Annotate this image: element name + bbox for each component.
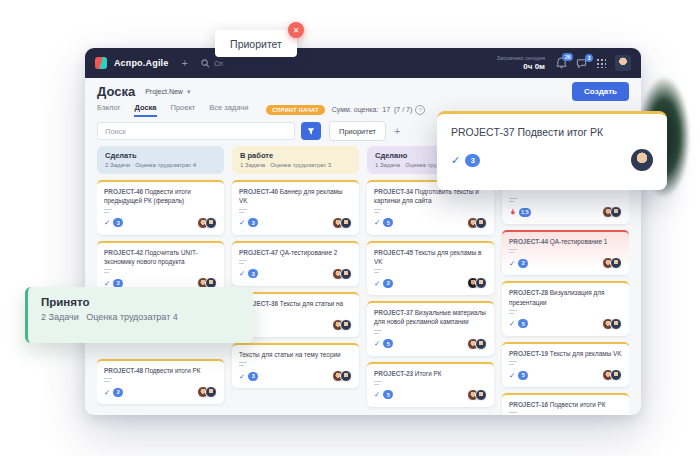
- notifications-button[interactable]: 26: [556, 57, 567, 69]
- task-card[interactable]: PROJECT-46 Подвести итоги предыдущей РК …: [97, 180, 224, 235]
- card-footer: ✓3: [239, 268, 352, 280]
- assignee-avatars: [197, 386, 217, 398]
- filter-button[interactable]: [301, 122, 321, 140]
- task-title: Тексты для статьи на тему теории: [239, 350, 352, 359]
- priority-filter-chip[interactable]: Приоритет: [329, 121, 386, 141]
- task-card[interactable]: PROJECT-45 Тексты для рекламы в VK✓2: [367, 241, 494, 296]
- funnel-icon: [307, 127, 315, 136]
- avatar: [610, 206, 622, 218]
- card-footer: ✓5: [374, 217, 487, 229]
- check-icon: ✓: [451, 154, 460, 167]
- description-icon: [374, 381, 382, 386]
- description-icon: [104, 269, 112, 274]
- messages-badge: 3: [585, 54, 593, 62]
- task-id: PROJECT-19: [509, 350, 548, 357]
- tab-1[interactable]: Доска: [134, 103, 156, 117]
- time-label: Затрачено сегодня: [497, 55, 545, 61]
- check-icon: ✓: [104, 388, 110, 397]
- sprint-status-badge: СПРИНТ НАЧАТ: [266, 105, 324, 115]
- task-id: PROJECT-46: [104, 188, 143, 195]
- card-footer: ✓3: [239, 370, 352, 382]
- task-card[interactable]: PROJECT-40 Баннер для рекламы VK✓3: [232, 180, 359, 235]
- card-footer: ✓5: [509, 369, 622, 381]
- task-id: PROJECT-37: [374, 309, 413, 316]
- task-card[interactable]: PROJECT-19 Тексты для рекламы VK✓5: [502, 342, 629, 387]
- estimate-badge: 5: [518, 319, 528, 328]
- floating-task-card[interactable]: PROJECT-37 Подвести итог РК ✓ 3: [437, 111, 667, 190]
- check-icon: ✓: [374, 279, 380, 288]
- avatar: [610, 257, 622, 269]
- description-icon: [239, 260, 247, 265]
- estimate-badge: 5: [383, 339, 393, 348]
- task-title: PROJECT-23 Итоги РК: [374, 369, 487, 378]
- estimate-badge: 1.5: [519, 208, 531, 217]
- task-card[interactable]: PROJECT-44 QA-тестирование 1✓2: [502, 230, 629, 275]
- avatar: [610, 369, 622, 381]
- avatar: [475, 389, 487, 401]
- task-id: PROJECT-44: [509, 238, 548, 245]
- estimate-badge: 3: [248, 218, 258, 227]
- project-name: Project.New: [145, 88, 183, 95]
- task-card[interactable]: PROJECT-16 Подвести итоги РК: [502, 393, 629, 415]
- add-filter-button[interactable]: +: [394, 125, 400, 137]
- task-card[interactable]: PROJECT-48 Подвести итоги РК✓2: [97, 359, 224, 404]
- task-title: PROJECT-44 QA-тестирование 1: [509, 237, 622, 246]
- notifications-badge: 26: [562, 53, 573, 61]
- check-icon: ✓: [374, 218, 380, 227]
- assignee-avatars: [467, 389, 487, 401]
- task-card[interactable]: PROJECT-47 QA-тестирование 2✓3: [232, 241, 359, 286]
- messages-button[interactable]: 3: [576, 58, 587, 69]
- tab-3[interactable]: Все задачи: [209, 103, 248, 117]
- project-select[interactable]: Project.New ▾: [145, 88, 190, 96]
- description-icon: [239, 362, 247, 367]
- estimate-badge: 5: [383, 390, 393, 399]
- task-card[interactable]: PROJECT-37 Визуальные материалы для ново…: [367, 301, 494, 356]
- card-footer: ✓2: [374, 277, 487, 289]
- task-id: PROJECT-45: [374, 249, 413, 256]
- task-card[interactable]: Тексты для статьи на тему теории✓3: [232, 343, 359, 388]
- close-icon[interactable]: ✕: [288, 22, 304, 38]
- task-id: PROJECT-47: [239, 249, 278, 256]
- check-icon: ✓: [104, 218, 110, 227]
- task-title: PROJECT-48 Подвести итоги РК: [104, 366, 217, 375]
- column-meta: 2 Задачи Оценка трудозатрат 4: [105, 162, 216, 168]
- floating-card-title: PROJECT-37 Подвести итог РК: [451, 126, 653, 138]
- card-footer: ✓3: [239, 217, 352, 229]
- nav-search[interactable]: Сп: [201, 59, 223, 68]
- description-icon: [104, 209, 112, 214]
- avatar: [205, 386, 217, 398]
- search-icon: [201, 59, 210, 68]
- accepted-column-tooltip: Принято 2 Задачи Оценка трудозатрат 4: [25, 287, 253, 343]
- column-title: Сделать: [105, 151, 216, 160]
- card-footer: 1.5: [509, 206, 622, 218]
- user-avatar[interactable]: [615, 55, 631, 71]
- task-card[interactable]: PROJECT-23 Итоги РК✓5: [367, 362, 494, 407]
- app-window: Аспро.Agile + Сп Затрачено сегодня 0ч 0м…: [85, 48, 641, 415]
- estimate-badge: 3: [465, 154, 480, 167]
- check-icon: ✓: [509, 319, 515, 328]
- assignee-avatars: [602, 257, 622, 269]
- estimate-badge: 3: [248, 269, 258, 278]
- create-button[interactable]: Создать: [572, 82, 629, 101]
- avatar: [340, 370, 352, 382]
- card-footer: ✓: [239, 319, 352, 331]
- tab-0[interactable]: Бэклог: [97, 103, 120, 117]
- task-title: PROJECT-40 Баннер для рекламы VK: [239, 187, 352, 206]
- check-icon: ✓: [374, 390, 380, 399]
- time-tracker: Затрачено сегодня 0ч 0м: [497, 55, 545, 71]
- task-id: PROJECT-40: [239, 188, 278, 195]
- assignee-avatars: [197, 217, 217, 229]
- task-title: PROJECT-42 Подсчитать UNIT-экономику нов…: [104, 248, 217, 267]
- assignee-avatars: [467, 277, 487, 289]
- quick-add-icon[interactable]: +: [182, 57, 188, 69]
- task-id: PROJECT-42: [104, 249, 143, 256]
- search-input[interactable]: [97, 122, 295, 140]
- priority-tooltip-label: Приоритет: [230, 38, 282, 50]
- estimate-badge: 3: [248, 372, 258, 381]
- task-card[interactable]: PROJECT-28 Визуализация для презентации✓…: [502, 281, 629, 336]
- card-footer: ✓5: [509, 318, 622, 330]
- board-column-1: В работе1 Задача Оценка трудозатрат 3PRO…: [232, 146, 359, 415]
- apps-grid-icon[interactable]: [596, 58, 606, 68]
- assignee-avatars: [332, 268, 352, 280]
- tab-2[interactable]: Проект: [171, 103, 196, 117]
